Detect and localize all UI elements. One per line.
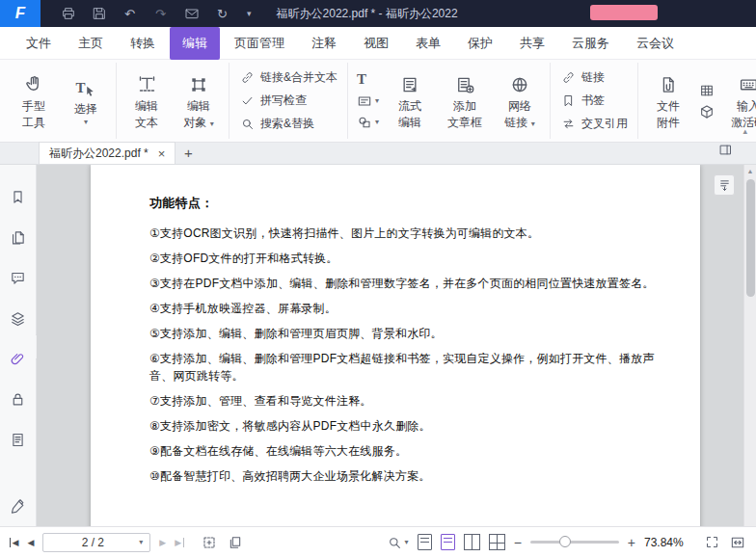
bookmark-button[interactable]: 书签 <box>557 92 631 110</box>
redo-icon[interactable]: ↷ <box>152 6 169 22</box>
spell-check-button[interactable]: 拼写检查 <box>236 92 340 110</box>
textbox-tool-button[interactable]: ▾ <box>355 93 381 109</box>
next-page-button[interactable]: ▶ <box>159 538 166 547</box>
tab-protect[interactable]: 保护 <box>455 27 505 60</box>
clipboard-tool-icon[interactable] <box>227 534 244 551</box>
bookmark-icon <box>560 93 576 109</box>
panel-layout-toggle-icon[interactable] <box>718 143 733 161</box>
page-line[interactable]: ①支持OCR图文识别，快速将扫描件、图片上的文字转换为可编辑的文本。 <box>149 225 658 242</box>
pages-panel-icon[interactable] <box>10 228 27 246</box>
vertical-scrollbar[interactable]: ▲ <box>743 165 756 526</box>
link-button[interactable]: 链接 <box>557 68 631 87</box>
close-tab-icon[interactable]: × <box>158 147 166 160</box>
select-tool-button[interactable]: T 选择 ▾ <box>63 75 109 126</box>
page-line[interactable]: ⑦支持添加、管理、查看和导览文件注释。 <box>149 392 658 410</box>
enter-activation-code-button[interactable]: 输入 激活码 <box>722 72 756 130</box>
history-icon[interactable]: ↻ <box>214 6 230 22</box>
image-tool-button[interactable] <box>697 83 716 98</box>
page-line[interactable]: ④支持手机放映遥控器、屏幕录制。 <box>149 300 658 317</box>
tab-edit[interactable]: 编辑 <box>170 27 220 60</box>
zoom-in-button[interactable]: + <box>628 536 635 549</box>
page-line[interactable]: ⑧支持添加密文，将敏感内容从PDF文档中永久删除。 <box>149 417 658 435</box>
fit-width-icon[interactable] <box>729 534 746 551</box>
tab-share[interactable]: 共享 <box>507 27 557 60</box>
app-window: F ↶ ↷ ↻ ▾ 福昕办公2022.pdf * - 福昕办公2022 文件 主… <box>0 0 756 557</box>
page-line[interactable]: ⑨配备文档在线存储、在线编辑等六大在线服务。 <box>149 442 658 460</box>
collapse-ribbon-button[interactable]: ▴ <box>742 126 747 136</box>
snapshot-tool-icon[interactable] <box>201 534 218 551</box>
attachments-panel-icon[interactable] <box>10 350 27 367</box>
add-article-box-button[interactable]: 添加 文章框 <box>439 72 491 130</box>
single-page-view-button[interactable] <box>418 534 432 550</box>
page-line[interactable]: ⑤支持添加、编辑、删除和管理页眉页脚、背景和水印。 <box>149 325 658 342</box>
edit-text-button[interactable]: 编辑 文本 <box>123 72 170 130</box>
page-number-input[interactable]: 2 / 2 ▾ <box>42 533 150 552</box>
last-page-button[interactable]: ▶ <box>175 538 183 547</box>
cross-reference-button[interactable]: 交叉引用 <box>557 115 631 133</box>
add-text-button[interactable]: T <box>355 71 381 88</box>
comments-panel-icon[interactable] <box>10 269 27 286</box>
foxit-logo: F <box>0 0 40 27</box>
search-replace-button[interactable]: 搜索&替换 <box>236 115 340 133</box>
flow-edit-button[interactable]: 流式 编辑 <box>387 72 433 130</box>
quick-access-caret-icon[interactable]: ▾ <box>247 9 252 18</box>
page-line[interactable]: ⑩配备智慧打印、高效招聘两大企业场景化解决方案。 <box>149 467 658 485</box>
tab-comment[interactable]: 注释 <box>299 27 349 60</box>
hand-tool-button[interactable]: 手型 工具 <box>11 72 57 130</box>
scroll-mode-icon[interactable] <box>714 174 735 196</box>
tab-form[interactable]: 表单 <box>403 27 453 60</box>
save-icon[interactable] <box>91 6 107 22</box>
zoom-percentage[interactable]: 73.84% <box>644 536 694 549</box>
fullscreen-icon[interactable] <box>703 534 720 551</box>
previous-page-button[interactable]: ◀ <box>27 538 34 547</box>
file-attachment-button[interactable]: 文件 附件 <box>645 72 691 130</box>
continuous-view-button[interactable] <box>441 534 455 550</box>
print-icon[interactable] <box>60 6 76 22</box>
new-tab-button[interactable]: + <box>176 142 201 164</box>
scroll-up-arrow-icon[interactable]: ▲ <box>744 165 756 177</box>
zoom-slider-thumb[interactable] <box>559 536 571 547</box>
fields-panel-icon[interactable] <box>10 431 27 448</box>
tab-view[interactable]: 视图 <box>351 27 401 60</box>
tab-convert[interactable]: 转换 <box>118 27 168 60</box>
bookmarks-panel-icon[interactable] <box>10 188 27 205</box>
chevron-down-icon: ▾ <box>531 119 535 128</box>
page-line[interactable]: ②支持OFD文件的打开和格式转换。 <box>149 250 658 267</box>
status-bar: ◀ ◀ 2 / 2 ▾ ▶ ▶ ▾ − + 73.84% <box>0 526 756 557</box>
page-line[interactable]: ③支持在PDF文档中添加、编辑、删除和管理数字签名，并在多个页面的相同位置快速放… <box>149 275 658 292</box>
facing-pages-view-button[interactable] <box>464 534 480 550</box>
zoom-out-button[interactable]: − <box>514 536 522 549</box>
marquee-zoom-tool-button[interactable]: ▾ <box>387 535 409 550</box>
signature-panel-icon[interactable] <box>10 497 27 515</box>
tab-home[interactable]: 主页 <box>66 27 116 60</box>
layers-panel-icon[interactable] <box>10 309 27 327</box>
edit-object-button[interactable]: 编辑 对象 ▾ <box>176 72 222 130</box>
chevron-down-icon: ▾ <box>375 119 379 126</box>
chevron-down-icon: ▾ <box>139 539 143 546</box>
document-canvas[interactable]: 功能特点： ①支持OCR图文识别，快速将扫描件、图片上的文字转换为可编辑的文本。… <box>37 165 743 526</box>
page-heading[interactable]: 功能特点： <box>149 195 658 212</box>
tab-file[interactable]: 文件 <box>14 27 64 60</box>
document-tab[interactable]: 福昕办公2022.pdf * × <box>39 142 176 164</box>
first-page-button[interactable]: ◀ <box>10 538 18 547</box>
security-panel-icon[interactable] <box>10 390 27 408</box>
main-area: ‹ 功能特点： ①支持OCR图文识别，快速将扫描件、图片上的文字转换为可编辑的文… <box>0 165 756 526</box>
link-merge-text-button[interactable]: 链接&合并文本 <box>236 68 340 87</box>
logo-letter: F <box>15 4 25 23</box>
tab-cloud-meeting[interactable]: 云会议 <box>624 27 687 60</box>
mail-icon[interactable] <box>183 6 200 22</box>
zoom-slider[interactable] <box>530 541 619 544</box>
tab-page-management[interactable]: 页面管理 <box>222 27 297 60</box>
page-line[interactable]: ⑥支持添加、编辑、删除和管理PDF文档超链接和书签，实现自定义操作，例如打开文件… <box>149 350 658 385</box>
web-link-button[interactable]: 网络 链接 ▾ <box>497 72 543 130</box>
tab-cloud-service[interactable]: 云服务 <box>559 27 622 60</box>
undo-icon[interactable]: ↶ <box>122 6 138 22</box>
quad-pages-view-button[interactable] <box>489 534 505 550</box>
title-bar: F ↶ ↷ ↻ ▾ 福昕办公2022.pdf * - 福昕办公2022 <box>0 0 756 27</box>
account-redacted-badge[interactable] <box>590 5 658 20</box>
spell-check-icon <box>239 93 255 109</box>
pdf-page[interactable]: 功能特点： ①支持OCR图文识别，快速将扫描件、图片上的文字转换为可编辑的文本。… <box>91 165 700 526</box>
scrollbar-thumb[interactable] <box>746 179 755 297</box>
shapes-tool-button[interactable]: ▾ <box>355 115 381 130</box>
3d-media-tool-button[interactable] <box>697 104 716 119</box>
